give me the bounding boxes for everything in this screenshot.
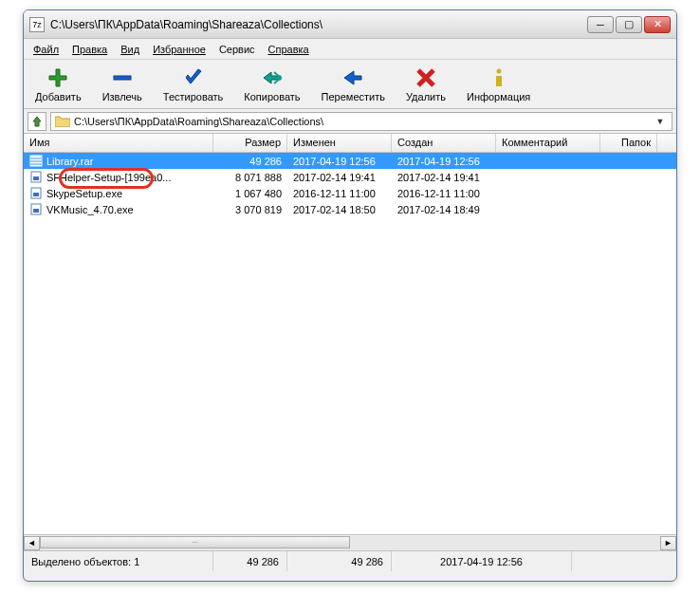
header-size[interactable]: Размер (213, 134, 287, 152)
address-text: C:\Users\ПК\AppData\Roaming\Shareaza\Col… (74, 116, 323, 127)
file-name: VKMusic_4.70.exe (46, 204, 134, 215)
file-row[interactable]: VKMusic_4.70.exe3 070 8192017-02-14 18:5… (24, 201, 676, 217)
status-bar: Выделено объектов: 1 49 286 49 286 2017-… (24, 550, 676, 571)
test-button[interactable]: Тестировать (159, 65, 228, 104)
file-modified: 2017-02-14 19:41 (287, 172, 392, 183)
svg-rect-8 (33, 176, 39, 180)
header-name[interactable]: Имя (24, 134, 213, 152)
file-name: Library.rar (46, 156, 93, 167)
up-arrow-icon (30, 115, 44, 128)
file-modified: 2016-12-11 11:00 (287, 188, 392, 199)
file-modified: 2017-04-19 12:56 (287, 156, 392, 167)
column-headers: Имя Размер Изменен Создан Комментарий Па… (24, 134, 676, 153)
horizontal-scrollbar[interactable]: ◄ ∙∙∙ ► (24, 534, 676, 550)
copy-button[interactable]: Копировать (240, 65, 304, 104)
scroll-right-button[interactable]: ► (660, 536, 676, 550)
header-created[interactable]: Создан (392, 134, 496, 152)
check-icon (182, 66, 205, 89)
toolbar: Добавить Извлечь Тестировать Копировать … (24, 60, 676, 109)
file-name-cell: SFHelper-Setup-[199ea0... (24, 171, 213, 183)
info-icon (488, 66, 510, 89)
archive-icon (29, 155, 43, 167)
file-row[interactable]: SFHelper-Setup-[199ea0...8 071 8882017-0… (24, 169, 676, 185)
status-size: 49 286 (213, 551, 287, 571)
menubar: Файл Правка Вид Избранное Сервис Справка (24, 39, 676, 60)
scroll-left-button[interactable]: ◄ (24, 536, 40, 550)
status-date: 2017-04-19 12:56 (392, 551, 572, 571)
minimize-button[interactable]: ─ (587, 16, 614, 33)
svg-rect-0 (114, 76, 131, 80)
info-button[interactable]: Информация (463, 65, 534, 104)
copy-icon (261, 66, 284, 89)
app-window: 7z C:\Users\ПК\AppData\Roaming\Shareaza\… (23, 9, 677, 582)
add-button[interactable]: Добавить (31, 65, 85, 104)
menu-view[interactable]: Вид (115, 42, 145, 57)
status-selected: Выделено объектов: 1 (24, 551, 213, 571)
file-created: 2017-02-14 19:41 (392, 172, 496, 183)
svg-rect-2 (496, 76, 502, 86)
menu-tools[interactable]: Сервис (213, 42, 261, 57)
header-modified[interactable]: Изменен (287, 134, 392, 152)
file-created: 2016-12-11 11:00 (392, 188, 496, 199)
extract-button[interactable]: Извлечь (99, 65, 146, 104)
maximize-button[interactable]: ▢ (616, 16, 642, 33)
file-created: 2017-02-14 18:49 (392, 204, 496, 215)
file-row[interactable]: SkypeSetup.exe1 067 4802016-12-11 11:002… (24, 185, 676, 201)
up-directory-button[interactable] (28, 112, 46, 131)
folder-icon (55, 115, 70, 127)
address-bar: C:\Users\ПК\AppData\Roaming\Shareaza\Col… (24, 109, 676, 134)
app-icon: 7z (29, 17, 45, 32)
exe-icon (29, 203, 43, 215)
svg-rect-10 (33, 193, 39, 196)
close-button[interactable]: ✕ (644, 16, 671, 33)
address-dropdown-button[interactable]: ▼ (653, 117, 668, 126)
file-name-cell: SkypeSetup.exe (24, 187, 213, 199)
plus-icon (46, 66, 69, 89)
file-size: 8 071 888 (213, 172, 287, 183)
header-folders[interactable]: Папок (600, 134, 657, 152)
scroll-track[interactable]: ∙∙∙ (40, 536, 660, 550)
titlebar[interactable]: 7z C:\Users\ПК\AppData\Roaming\Shareaza\… (24, 10, 676, 39)
menu-edit[interactable]: Правка (66, 42, 113, 57)
file-name: SkypeSetup.exe (46, 188, 122, 199)
file-created: 2017-04-19 12:56 (392, 156, 496, 167)
file-size: 49 286 (213, 156, 287, 167)
scroll-thumb[interactable]: ∙∙∙ (40, 536, 350, 548)
file-list[interactable]: Library.rar49 2862017-04-19 12:562017-04… (24, 153, 676, 534)
window-title: C:\Users\ПК\AppData\Roaming\Shareaza\Col… (50, 18, 587, 31)
file-name: SFHelper-Setup-[199ea0... (46, 172, 171, 183)
header-comment[interactable]: Комментарий (496, 134, 600, 152)
menu-favorites[interactable]: Избранное (147, 42, 212, 57)
file-name-cell: VKMusic_4.70.exe (24, 203, 213, 215)
file-size: 3 070 819 (213, 204, 287, 215)
menu-file[interactable]: Файл (28, 42, 64, 57)
file-name-cell: Library.rar (24, 155, 213, 167)
status-size2: 49 286 (287, 551, 392, 571)
minus-icon (111, 66, 134, 89)
exe-icon (29, 171, 43, 183)
address-field[interactable]: C:\Users\ПК\AppData\Roaming\Shareaza\Col… (50, 112, 672, 131)
svg-rect-12 (33, 209, 39, 213)
delete-icon (414, 66, 437, 89)
file-size: 1 067 480 (213, 188, 287, 199)
move-icon (341, 66, 364, 89)
file-row[interactable]: Library.rar49 2862017-04-19 12:562017-04… (24, 153, 676, 169)
delete-button[interactable]: Удалить (402, 65, 450, 104)
svg-point-1 (496, 68, 501, 73)
menu-help[interactable]: Справка (263, 42, 315, 57)
move-button[interactable]: Переместить (318, 65, 389, 104)
exe-icon (29, 187, 43, 199)
file-modified: 2017-02-14 18:50 (287, 204, 392, 215)
